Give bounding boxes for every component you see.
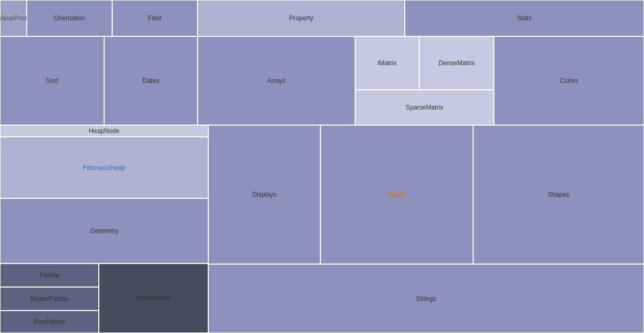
- cell-imatrix[interactable]: IMatrix: [355, 36, 419, 90]
- label-shapes: Shapes: [548, 191, 570, 198]
- cell-geometry[interactable]: Geometry: [0, 198, 208, 264]
- cell-sort[interactable]: Sort: [0, 36, 104, 125]
- cell-sparsematrix[interactable]: SparseMatrix: [355, 90, 494, 125]
- cell-displays[interactable]: Displays: [208, 125, 320, 264]
- cell-strings[interactable]: Strings: [208, 264, 644, 333]
- cell-colorpalette[interactable]: ColorPalette: [99, 264, 208, 333]
- cell-filter[interactable]: Filter: [112, 0, 198, 36]
- label-colors: Colors: [560, 77, 578, 84]
- label-colorpalette: ColorPalette: [136, 295, 171, 302]
- cell-fibonacciheap[interactable]: FibonacciHeap: [0, 137, 208, 198]
- cell-ivalueproxy[interactable]: IValueProxy: [0, 0, 27, 36]
- label-heapnode: HeapNode: [89, 127, 119, 135]
- label-sort: Sort: [46, 77, 58, 84]
- label-fibonacciheap: FibonacciHeap: [83, 164, 125, 172]
- label-strings: Strings: [416, 295, 436, 303]
- cell-maths[interactable]: Maths: [320, 125, 473, 264]
- cell-stats[interactable]: Stats: [405, 0, 644, 36]
- cell-shapes[interactable]: Shapes: [473, 125, 644, 264]
- cell-heapnode[interactable]: HeapNode: [0, 125, 208, 137]
- label-stats: Stats: [517, 14, 531, 22]
- cell-colors[interactable]: Colors: [494, 36, 644, 125]
- cell-arrays[interactable]: Arrays: [198, 36, 355, 125]
- label-sparsematrix: SparseMatrix: [406, 104, 444, 111]
- label-sizepalette: SizePalette: [33, 318, 66, 326]
- label-maths: Maths: [388, 191, 406, 198]
- label-palette: Palette: [40, 272, 59, 279]
- treemap: IValueProxyOrientationFilterPropertyStat…: [0, 0, 644, 333]
- label-orientation: Orientation: [54, 14, 85, 22]
- cell-palette[interactable]: Palette: [0, 264, 99, 287]
- label-displays: Displays: [252, 191, 276, 198]
- cell-dates[interactable]: Dates: [104, 36, 198, 125]
- label-densematrix: DenseMatrix: [438, 59, 474, 67]
- label-dates: Dates: [143, 77, 159, 84]
- label-geometry: Geometry: [90, 227, 119, 235]
- label-ivalueproxy: IValueProxy: [0, 14, 30, 22]
- label-arrays: Arrays: [267, 77, 286, 84]
- cell-property[interactable]: Property: [198, 0, 405, 36]
- cell-orientation[interactable]: Orientation: [27, 0, 112, 36]
- label-filter: Filter: [148, 14, 162, 22]
- cell-sizepalette[interactable]: SizePalette: [0, 311, 99, 333]
- label-shapepalette: ShapePalette: [30, 295, 68, 303]
- cell-densematrix[interactable]: DenseMatrix: [419, 36, 494, 90]
- cell-shapepalette[interactable]: ShapePalette: [0, 287, 99, 311]
- label-imatrix: IMatrix: [378, 59, 397, 67]
- label-property: Property: [289, 14, 313, 22]
